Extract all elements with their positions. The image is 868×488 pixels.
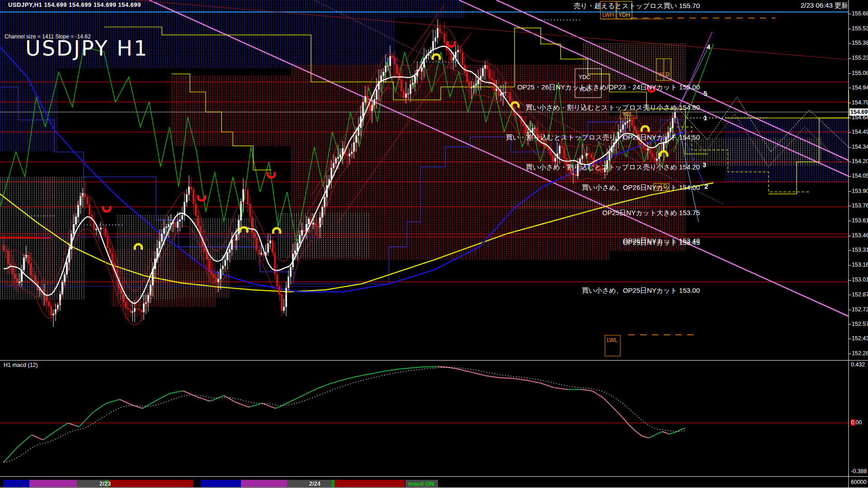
macd-line <box>210 401 212 401</box>
macd-line <box>235 402 237 403</box>
macd-line <box>47 436 49 437</box>
macd-line <box>476 373 477 374</box>
macd-line <box>148 404 150 405</box>
macd-line <box>600 396 602 397</box>
macd-line <box>658 432 660 433</box>
macd-line <box>246 406 248 407</box>
macd-line <box>38 438 40 439</box>
macd-line <box>533 382 535 382</box>
macd-line <box>394 370 396 370</box>
macd-line <box>24 440 25 441</box>
macd-line <box>595 393 597 394</box>
macd-line <box>212 400 213 401</box>
macd-line <box>530 381 532 381</box>
macd-line <box>18 445 20 446</box>
macd-line <box>646 437 647 437</box>
macd-line <box>344 379 345 380</box>
macd-line <box>110 402 112 402</box>
macd-line <box>327 384 329 385</box>
macd-line <box>307 392 309 393</box>
macd-line <box>597 394 599 395</box>
session-block <box>331 480 335 487</box>
macd-line <box>284 404 286 404</box>
macd-line <box>269 406 271 407</box>
macd-line <box>544 385 546 385</box>
price-axis-tick: 152.720 <box>852 306 868 313</box>
macd-line <box>143 407 145 408</box>
macd-line <box>60 427 61 428</box>
macd-line <box>228 398 230 399</box>
macd-line <box>291 400 293 401</box>
macd-line <box>186 392 188 393</box>
price-axis-tick: 155.530 <box>852 25 868 32</box>
macd-line <box>454 368 456 369</box>
macd-line <box>217 398 219 399</box>
macd-line <box>166 394 168 395</box>
macd-on-toggle[interactable]: macd ON <box>408 480 434 487</box>
macd-line <box>497 377 499 378</box>
macd-line <box>67 423 69 424</box>
macd-line <box>112 401 114 402</box>
macd-line <box>156 400 157 401</box>
macd-line <box>168 394 170 394</box>
macd-line <box>562 389 564 389</box>
macd-line <box>459 369 461 370</box>
macd-line <box>43 438 45 440</box>
macd-line <box>629 425 631 427</box>
macd-line <box>170 393 172 394</box>
macd-line <box>295 399 297 399</box>
macd-line <box>456 369 458 369</box>
macd-line <box>483 375 485 375</box>
price-axis-tick: 154.055 <box>852 173 868 179</box>
price-axis-tick: 154.790 <box>852 99 868 106</box>
macd-line <box>244 405 246 406</box>
macd-line <box>71 424 72 424</box>
macd-line <box>363 375 365 375</box>
macd-line <box>640 435 642 436</box>
session-date-label: 2/24 <box>309 480 321 487</box>
macd-line <box>673 432 675 433</box>
macd-line <box>324 385 326 386</box>
macd-line <box>125 402 127 403</box>
macd-line <box>458 369 459 370</box>
macd-line <box>477 374 479 374</box>
price-axis-tick: 155.385 <box>852 40 868 46</box>
macd-line <box>221 396 222 397</box>
macd-line <box>13 450 14 452</box>
price-axis-tick: 152.280 <box>852 350 868 357</box>
macd-line <box>474 373 476 373</box>
macd-line <box>45 437 47 438</box>
macd-line <box>107 403 108 403</box>
macd-line <box>289 401 291 402</box>
macd-line <box>215 399 217 399</box>
session-date-label: 2/23 <box>99 480 111 487</box>
macd-line <box>602 397 604 399</box>
macd-line <box>633 429 635 431</box>
macd-line <box>63 425 65 426</box>
macd-line <box>99 407 101 408</box>
current-price-badge: 154.699 <box>849 108 868 116</box>
macd-line <box>300 396 302 397</box>
macd-line <box>159 398 161 399</box>
macd-line <box>606 400 608 402</box>
price-axis-tick: 154.200 <box>852 158 868 164</box>
macd-line <box>486 376 488 376</box>
price-axis-tick: 152.870 <box>852 291 868 298</box>
macd-line <box>358 376 360 376</box>
macd-line <box>591 391 593 392</box>
macd-line <box>27 437 29 438</box>
macd-line <box>452 368 454 368</box>
macd-line <box>58 428 60 430</box>
macd-line <box>331 383 333 383</box>
macd-line <box>174 392 175 393</box>
macd-line <box>637 432 638 433</box>
price-axis-tick: 153.610 <box>852 217 868 224</box>
chart-canvas[interactable] <box>0 0 868 488</box>
macd-line <box>479 374 481 375</box>
macd-line <box>656 433 658 434</box>
macd-line <box>604 399 606 400</box>
macd-line <box>383 371 385 371</box>
macd-line <box>642 436 644 436</box>
macd-line <box>34 436 36 437</box>
macd-line <box>74 425 76 426</box>
